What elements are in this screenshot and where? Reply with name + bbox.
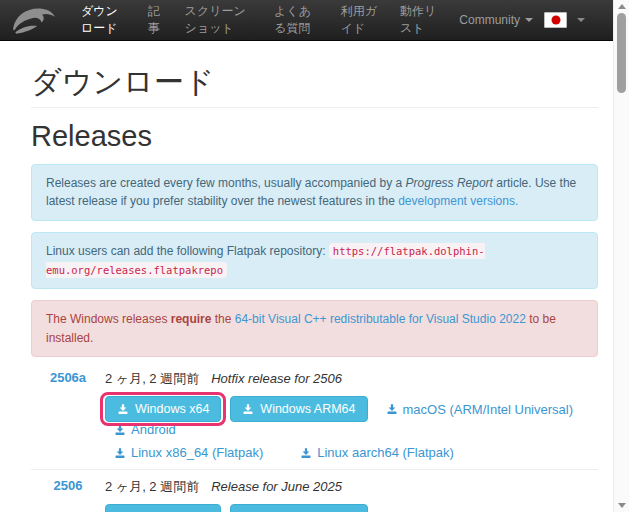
download-windows-x64-2506[interactable]: Windows x64	[105, 504, 221, 512]
download-row-linux: Linux x86_64 (Flatpak) Linux aarch64 (Fl…	[105, 445, 598, 460]
highlight-annotation: Windows x64	[105, 396, 221, 422]
release-version-cell: 2506a	[31, 368, 105, 462]
download-windows-arm64-2506[interactable]: Windows ARM64	[230, 504, 367, 512]
download-android-2506a[interactable]: Android	[114, 422, 176, 437]
download-row-primary: Windows x64 Windows ARM64 macOS (ARM/Int…	[105, 504, 598, 512]
download-link-label: Linux aarch64 (Flatpak)	[317, 445, 454, 460]
nav-item-downloads[interactable]: ダウンロード	[70, 0, 137, 40]
release-body: 2 ヶ月, 2 週間前Hotfix release for 2506 Windo…	[105, 368, 598, 462]
require-emphasis: require	[171, 312, 212, 326]
nav-item-label: 記事	[148, 3, 163, 37]
nav-item-screenshots[interactable]: スクリーンショット	[174, 0, 263, 40]
development-versions-link[interactable]: development versions.	[398, 194, 518, 208]
alert-text: The Windows releases	[46, 312, 171, 326]
alert-text: Releases are created every few months, u…	[46, 176, 406, 190]
download-button-label: Windows x64	[135, 402, 209, 416]
release-description: Hotfix release for 2506	[211, 371, 342, 386]
download-button-label: Windows ARM64	[260, 402, 355, 416]
release-row: 2506a 2 ヶ月, 2 週間前Hotfix release for 2506…	[31, 368, 598, 464]
page-title: ダウンロード	[31, 65, 598, 108]
scrollbar-up-arrow[interactable]	[618, 4, 626, 9]
chevron-down-icon	[525, 18, 533, 22]
main-content: ダウンロード Releases Releases are created eve…	[0, 41, 613, 512]
releases-list: 2506a 2 ヶ月, 2 週間前Hotfix release for 2506…	[31, 368, 598, 512]
release-body: 2 ヶ月, 2 週間前Release for June 2025 Windows…	[105, 476, 598, 512]
progress-report-emphasis: Progress Report	[406, 176, 493, 190]
nav-item-label: スクリーンショット	[185, 3, 252, 37]
nav-items: ダウンロード 記事 スクリーンショット よくある質問 利用ガイド 動作リスト C…	[70, 0, 544, 40]
japan-flag-icon	[544, 12, 567, 28]
nav-item-compat-list[interactable]: 動作リスト	[389, 0, 448, 40]
flatpak-info-alert: Linux users can add the following Flatpa…	[31, 232, 598, 289]
download-row-primary: Windows x64 Windows ARM64 macOS (ARM/Int…	[105, 396, 598, 437]
releases-info-alert: Releases are created every few months, u…	[31, 164, 598, 221]
download-linux-aarch64-flatpak-2506a[interactable]: Linux aarch64 (Flatpak)	[300, 445, 454, 460]
release-version-cell: 2506	[31, 476, 105, 512]
dolphin-logo[interactable]	[8, 4, 60, 36]
alert-text: Linux users can add the following Flatpa…	[46, 244, 329, 258]
download-icon	[117, 403, 129, 415]
nav-item-label: よくある質問	[274, 3, 319, 37]
nav-item-community[interactable]: Community	[448, 0, 544, 40]
navbar-right	[544, 12, 601, 28]
nav-item-blog[interactable]: 記事	[137, 0, 174, 40]
nav-item-label: Community	[459, 13, 520, 27]
release-date: 2 ヶ月, 2 週間前	[105, 371, 199, 386]
download-icon	[386, 403, 398, 415]
releases-heading: Releases	[31, 121, 598, 153]
alert-text: the	[211, 312, 234, 326]
scrollbar-down-arrow[interactable]	[618, 503, 626, 508]
download-icon	[114, 447, 126, 459]
page: ダウンロード 記事 スクリーンショット よくある質問 利用ガイド 動作リスト C…	[0, 0, 613, 512]
release-head: 2 ヶ月, 2 週間前Release for June 2025	[105, 478, 598, 496]
navbar: ダウンロード 記事 スクリーンショット よくある質問 利用ガイド 動作リスト C…	[0, 0, 613, 41]
vcredist-link[interactable]: 64-bit Visual C++ redistributable for Vi…	[235, 312, 526, 326]
scrollbar[interactable]	[613, 0, 629, 512]
download-icon	[300, 447, 312, 459]
release-row: 2506 2 ヶ月, 2 週間前Release for June 2025 Wi…	[31, 469, 598, 512]
language-selector[interactable]	[544, 12, 585, 28]
windows-requirement-alert: The Windows releases require the 64-bit …	[31, 300, 598, 357]
dolphin-logo-icon	[8, 4, 60, 36]
nav-item-faq[interactable]: よくある質問	[263, 0, 330, 40]
release-description: Release for June 2025	[211, 479, 342, 494]
download-linux-x86-64-flatpak-2506a[interactable]: Linux x86_64 (Flatpak)	[114, 445, 263, 460]
chevron-down-icon	[577, 18, 585, 22]
download-icon	[114, 424, 126, 436]
download-windows-x64-2506a[interactable]: Windows x64	[105, 396, 221, 422]
release-date: 2 ヶ月, 2 週間前	[105, 479, 199, 494]
download-link-label: Linux x86_64 (Flatpak)	[131, 445, 263, 460]
download-windows-arm64-2506a[interactable]: Windows ARM64	[230, 396, 367, 422]
nav-item-guides[interactable]: 利用ガイド	[330, 0, 389, 40]
scrollbar-thumb[interactable]	[617, 13, 626, 93]
nav-item-label: 動作リスト	[400, 3, 437, 37]
release-version-link[interactable]: 2506a	[50, 370, 86, 385]
release-version-link[interactable]: 2506	[54, 478, 83, 493]
nav-item-label: 利用ガイド	[341, 3, 378, 37]
download-icon	[242, 403, 254, 415]
release-head: 2 ヶ月, 2 週間前Hotfix release for 2506	[105, 370, 598, 388]
download-link-label: macOS (ARM/Intel Universal)	[403, 402, 573, 417]
download-link-label: Android	[131, 422, 176, 437]
download-macos-2506a[interactable]: macOS (ARM/Intel Universal)	[386, 402, 573, 417]
nav-item-label: ダウンロード	[81, 3, 126, 37]
